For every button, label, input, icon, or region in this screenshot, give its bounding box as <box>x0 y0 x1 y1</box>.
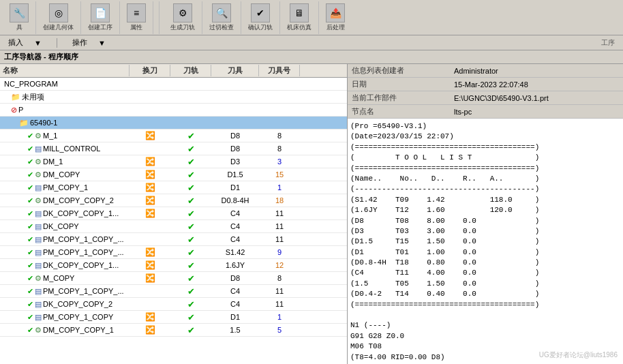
changecutter-icon: 🔀 <box>145 183 155 192</box>
status-check: ✔ <box>27 209 33 218</box>
nav-row-changecutter: 🔀 <box>130 183 170 192</box>
simulate-icon: 🖥 <box>290 3 309 22</box>
nav-row-tool: C4 <box>211 222 259 230</box>
toolbar-group-confirm: ✔ 确认刀轨 <box>241 1 280 34</box>
nav-row[interactable]: 📁未用项 <box>0 91 347 104</box>
nav-row-tool: C4 <box>211 287 259 295</box>
nav-row[interactable]: ✔▤PM_COPY_1_COPY_...✔C411 <box>0 285 347 298</box>
nav-row[interactable]: ✔▤DK_COPY_COPY_1...🔀✔C411 <box>0 207 347 220</box>
nav-row-toolno: 8 <box>259 145 300 153</box>
row-type-icon: ⚙ <box>35 196 42 205</box>
generate-button[interactable]: ⚙ 生成刀轨 <box>168 2 198 33</box>
nav-row[interactable]: NC_PROGRAM <box>0 78 347 91</box>
geometry-button[interactable]: ◎ 创建几何体 <box>40 2 76 33</box>
toolbar-group-simulate: 🖥 机床仿真 <box>280 1 319 34</box>
create-op-button[interactable]: 📄 创建工序 <box>85 2 115 33</box>
nav-row[interactable]: ✔▤MILL_CONTROL✔D88 <box>0 142 347 155</box>
nav-row-name: ✔⚙DM_1 <box>0 157 130 166</box>
row-type-icon: ▤ <box>35 209 42 218</box>
row-name-text: 未用项 <box>22 92 44 102</box>
tool-label: 具 <box>16 23 22 32</box>
postprocess-icon: 📤 <box>326 3 345 22</box>
row-name-text: M_COPY <box>43 274 74 282</box>
nav-row-name: ✔▤PM_COPY_1 <box>0 183 130 192</box>
nav-row-toolpath: ✔ <box>170 273 211 284</box>
nav-row[interactable]: ⊘P <box>0 104 347 117</box>
status-check: ✔ <box>27 313 33 322</box>
tool-button[interactable]: 🔧 具 <box>7 2 31 33</box>
nav-row[interactable]: ✔▤PM_COPY_1_COPY🔀✔D11 <box>0 311 347 324</box>
nav-row[interactable]: ✔⚙DM_COPY🔀✔D1.515 <box>0 168 347 181</box>
changecutter-icon: 🔀 <box>145 260 155 270</box>
nav-row[interactable]: ✔▤DK_COPY✔C411 <box>0 220 347 233</box>
changecutter-icon: 🔀 <box>145 131 155 140</box>
attr-button[interactable]: ≡ 属性 <box>124 2 149 33</box>
confirm-button[interactable]: ✔ 确认刀轨 <box>245 2 275 33</box>
nav-row-name: ✔▤DK_COPY_COPY_1... <box>0 209 130 218</box>
toolpath-check-icon: ✔ <box>187 247 195 258</box>
row-name-text: DM_COPY <box>43 170 80 179</box>
nav-row-name: ✔▤PM_COPY_1_COPY <box>0 313 130 322</box>
nav-row-toolpath: ✔ <box>170 260 211 271</box>
operation-menu[interactable]: 操作 <box>67 37 93 48</box>
info-table: 信息列表创建者 Administrator 日期 15-Mar-2023 22:… <box>348 64 623 119</box>
status-check: ✔ <box>27 326 33 335</box>
main-toolbar: 🔧 具 ◎ 创建几何体 📄 创建工序 ≡ 属性 ⚙ 生成刀轨 🔍 过切检查 <box>0 0 623 35</box>
nav-row-name: NC_PROGRAM <box>0 80 130 88</box>
overcut-icon: 🔍 <box>212 3 231 22</box>
toolpath-check-icon: ✔ <box>187 209 195 219</box>
nav-row-toolpath: ✔ <box>170 325 211 335</box>
col-toolpath: 刀轨 <box>170 65 211 76</box>
nav-row-name: ✔⚙M_COPY <box>0 274 130 283</box>
col-tool: 刀具 <box>211 65 259 76</box>
nav-row[interactable]: ✔⚙DM_COPY_COPY_2🔀✔D0.8-4H18 <box>0 194 347 207</box>
nav-row[interactable]: ✔▤PM_COPY_1🔀✔D11 <box>0 181 347 194</box>
geometry-icon: ◎ <box>49 3 68 22</box>
postprocess-label: 后处理 <box>326 23 345 32</box>
nav-row-tool: 1.6JY <box>211 261 259 269</box>
nav-row[interactable]: ✔▤PM_COPY_1_COPY_...🔀✔S1.429 <box>0 246 347 259</box>
nav-row[interactable]: ✔⚙M_COPY🔀✔D88 <box>0 272 347 285</box>
row-name-text: DM_1 <box>43 157 63 166</box>
insert-dropdown[interactable]: ▼ <box>29 38 47 48</box>
nav-row-tool: D1.5 <box>211 170 259 179</box>
nav-row-toolpath: ✔ <box>170 157 211 167</box>
toolpath-check-icon: ✔ <box>187 312 195 322</box>
nav-row-changecutter: 🔀 <box>130 247 170 257</box>
nav-row[interactable]: ✔▤DK_COPY_COPY_2✔C411 <box>0 298 347 311</box>
row-type-icon: ▤ <box>35 287 42 296</box>
nav-row-toolpath: ✔ <box>170 247 211 258</box>
row-type-icon: ▤ <box>35 300 42 309</box>
toolbar-group-geometry: ◎ 创建几何体 <box>36 1 81 34</box>
nav-row-toolpath: ✔ <box>170 312 211 322</box>
nav-row-changecutter: 🔀 <box>130 273 170 283</box>
operation-dropdown[interactable]: ▼ <box>93 38 111 48</box>
nav-row-toolno: 11 <box>259 300 300 308</box>
row-type-icon: 📁 <box>19 119 29 127</box>
nav-row[interactable]: ✔⚙DM_1🔀✔D33 <box>0 155 347 168</box>
confirm-label: 确认刀轨 <box>248 23 273 32</box>
toolpath-check-icon: ✔ <box>187 325 195 335</box>
nav-row-toolno: 18 <box>259 196 300 204</box>
nav-row-name: ✔▤MILL_CONTROL <box>0 145 130 153</box>
toolpath-check-icon: ✔ <box>187 144 195 154</box>
nav-row-toolno: 15 <box>259 170 300 179</box>
nav-row[interactable]: ✔⚙M_1🔀✔D88 <box>0 130 347 142</box>
toolpath-check-icon: ✔ <box>187 157 195 167</box>
insert-menu[interactable]: 插入 <box>3 37 29 48</box>
overcut-button[interactable]: 🔍 过切检查 <box>207 2 237 33</box>
row-name-text: NC_PROGRAM <box>4 80 58 88</box>
watermark: UG爱好者论坛@liuts1986 <box>539 350 618 360</box>
nav-row[interactable]: 📁65490-1 <box>0 117 347 130</box>
nav-row[interactable]: ✔▤PM_COPY_1_COPY_...✔C411 <box>0 233 347 246</box>
nav-row-toolpath: ✔ <box>170 131 211 141</box>
postprocess-button[interactable]: 📤 后处理 <box>323 2 348 33</box>
simulate-button[interactable]: 🖥 机床仿真 <box>284 2 314 33</box>
nav-row[interactable]: ✔⚙DM_COPY_COPY_1🔀✔1.55 <box>0 324 347 337</box>
nav-row-changecutter: 🔀 <box>130 260 170 270</box>
nav-row-tool: D1 <box>211 183 259 192</box>
nav-row-toolpath: ✔ <box>170 196 211 206</box>
attr-icon: ≡ <box>127 3 146 22</box>
nav-row[interactable]: ✔▤DK_COPY_COPY_1...🔀✔1.6JY12 <box>0 259 347 272</box>
status-check: ✔ <box>27 183 33 192</box>
